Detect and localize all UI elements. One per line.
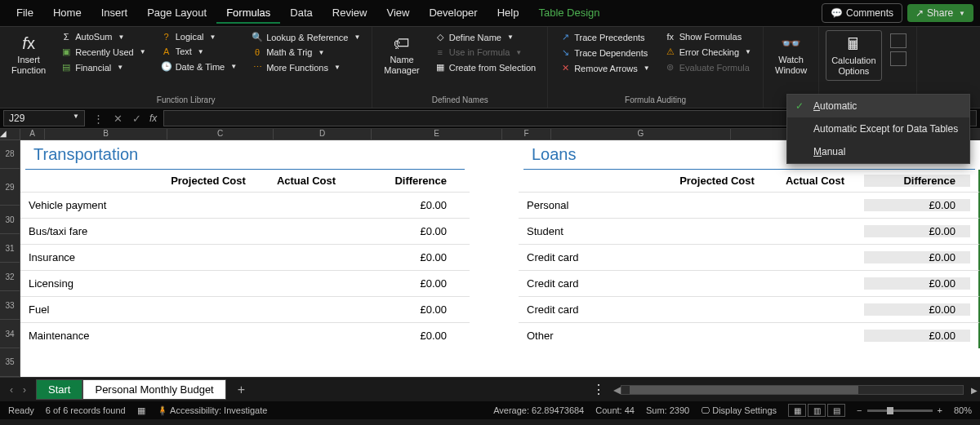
financial-button[interactable]: ▤Financial▼ [56, 60, 150, 74]
row-header[interactable]: 33 [0, 291, 20, 320]
row-header[interactable]: 30 [0, 206, 20, 234]
cell-projected[interactable] [159, 199, 257, 211]
insert-function-button[interactable]: fx Insert Function [7, 30, 51, 79]
col-header-d[interactable]: D [274, 129, 372, 140]
fx-icon[interactable]: fx [146, 113, 160, 124]
zoom-thumb[interactable] [887, 407, 893, 414]
table-row[interactable]: Credit card£0.00 [519, 270, 980, 296]
math-trig-button[interactable]: θMath & Trig▼ [247, 46, 365, 59]
table-row[interactable]: Vehicle payment£0.00 [20, 192, 470, 218]
view-page-layout[interactable]: ▥ [808, 404, 826, 417]
table-row[interactable]: Insurance£0.00 [20, 244, 470, 270]
menu-developer[interactable]: Developer [419, 3, 487, 24]
cell-actual[interactable] [257, 330, 355, 342]
view-page-break[interactable]: ▤ [827, 404, 845, 417]
recently-used-button[interactable]: ▣Recently Used▼ [56, 45, 150, 59]
zoom-level[interactable]: 80% [954, 405, 972, 415]
tab-nav-prev[interactable]: ‹ [10, 384, 13, 396]
menu-table-design[interactable]: Table Design [528, 3, 609, 24]
dropdown-auto-except[interactable]: Automatic Except for Data Tables [787, 117, 969, 140]
table-row[interactable]: Personal£0.00 [519, 192, 980, 218]
hscroll-right[interactable]: ▶ [971, 386, 978, 395]
cell-projected[interactable] [159, 251, 257, 263]
cell-actual[interactable] [257, 251, 355, 263]
cell-actual[interactable] [766, 330, 864, 342]
show-formulas-button[interactable]: fxShow Formulas [660, 30, 756, 43]
error-checking-button[interactable]: ⚠Error Checking▼ [660, 45, 756, 59]
tab-personal-monthly-budget[interactable]: Personal Monthly Budget [82, 379, 225, 400]
calculate-sheet-button[interactable] [890, 51, 906, 66]
table-row[interactable]: Licensing£0.00 [20, 270, 470, 296]
cell-actual[interactable] [766, 277, 864, 290]
menu-home[interactable]: Home [43, 3, 91, 24]
trace-precedents-button[interactable]: ↗Trace Precedents [555, 30, 655, 44]
cell-actual[interactable] [766, 225, 864, 237]
cell-actual[interactable] [257, 303, 355, 316]
cell-actual[interactable] [257, 199, 355, 211]
row-header[interactable]: 29 [0, 169, 20, 206]
menu-data[interactable]: Data [280, 3, 322, 24]
table-row[interactable]: Other£0.00 [519, 322, 980, 348]
table-row[interactable]: Credit card£0.00 [519, 244, 980, 270]
more-functions-button[interactable]: ⋯More Functions▼ [247, 60, 365, 74]
row-header[interactable]: 31 [0, 234, 20, 263]
menu-view[interactable]: View [376, 3, 419, 24]
cancel-formula-button[interactable]: ✕ [109, 113, 127, 125]
zoom-in-button[interactable]: + [938, 405, 942, 415]
cell-projected[interactable] [668, 277, 766, 290]
menu-review[interactable]: Review [323, 3, 377, 24]
row-header[interactable]: 32 [0, 263, 20, 291]
dropdown-automatic[interactable]: ✓ Automatic [787, 95, 969, 117]
zoom-out-button[interactable]: − [857, 405, 862, 415]
status-macro[interactable]: ▦ [137, 405, 145, 416]
zoom-track[interactable] [867, 410, 933, 412]
name-box[interactable]: J29▼ [3, 110, 85, 126]
cell-projected[interactable] [159, 277, 257, 290]
menu-page-layout[interactable]: Page Layout [137, 3, 216, 24]
cell-actual[interactable] [257, 225, 355, 237]
cell-actual[interactable] [766, 303, 864, 316]
lookup-reference-button[interactable]: 🔍Lookup & Reference▼ [247, 30, 365, 44]
row-header[interactable]: 35 [0, 348, 20, 377]
trace-dependents-button[interactable]: ↘Trace Dependents [555, 46, 655, 60]
watch-window-button[interactable]: 👓 Watch Window [770, 30, 812, 79]
name-manager-button[interactable]: 🏷 Name Manager [379, 30, 424, 79]
tab-nav-next[interactable]: › [23, 384, 26, 396]
cell-actual[interactable] [257, 277, 355, 290]
scrollbar-thumb[interactable] [630, 386, 858, 394]
define-name-button[interactable]: ◇Define Name▼ [430, 30, 541, 44]
cell-projected[interactable] [668, 225, 766, 237]
text-button[interactable]: AText▼ [156, 45, 242, 58]
tabs-menu-button[interactable]: ⋮ [584, 382, 613, 397]
table-row[interactable]: Student£0.00 [519, 218, 980, 244]
view-normal[interactable]: ▦ [788, 404, 806, 417]
menu-file[interactable]: File [7, 3, 43, 24]
cell-projected[interactable] [159, 330, 257, 342]
col-header-c[interactable]: C [167, 129, 274, 140]
col-header-f[interactable]: F [502, 129, 551, 140]
table-row[interactable]: Bus/taxi fare£0.00 [20, 218, 470, 244]
cell-projected[interactable] [668, 303, 766, 316]
row-header[interactable]: 34 [0, 320, 20, 348]
create-from-selection-button[interactable]: ▦Create from Selection [430, 60, 541, 74]
comments-button[interactable]: 💬Comments [822, 3, 902, 23]
col-header-g[interactable]: G [551, 129, 731, 140]
sheet-grid[interactable]: Transportation Projected Cost Actual Cos… [20, 140, 980, 377]
dropdown-manual[interactable]: Manual [787, 140, 969, 163]
logical-button[interactable]: ?Logical▼ [156, 30, 242, 43]
tab-start[interactable]: Start [36, 379, 82, 400]
cell-actual[interactable] [766, 199, 864, 211]
cell-projected[interactable] [668, 330, 766, 342]
remove-arrows-button[interactable]: ✕Remove Arrows▼ [555, 61, 655, 75]
status-accessibility[interactable]: 🧍 Accessibility: Investigate [157, 405, 268, 416]
select-all-corner[interactable]: ◢ [0, 129, 20, 140]
horizontal-scrollbar[interactable]: ▶ [621, 385, 964, 395]
formula-bar-menu[interactable]: ⋮ [88, 113, 109, 125]
cell-actual[interactable] [766, 251, 864, 263]
zoom-slider[interactable]: − + [857, 405, 942, 415]
enter-formula-button[interactable]: ✓ [127, 113, 146, 125]
col-header-a[interactable]: A [20, 129, 45, 140]
table-row[interactable]: Fuel£0.00 [20, 296, 470, 322]
table-row[interactable]: Credit card£0.00 [519, 296, 980, 322]
cell-projected[interactable] [668, 251, 766, 263]
